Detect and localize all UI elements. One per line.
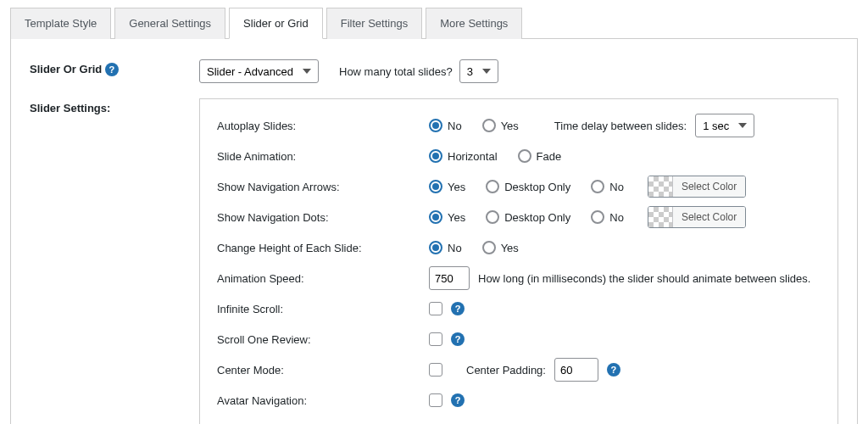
nav-arrows-no-radio[interactable]: No (591, 180, 624, 193)
help-icon[interactable]: ? (451, 393, 465, 407)
help-icon[interactable]: ? (105, 63, 119, 76)
slider-or-grid-label: Slider Or Grid ? (30, 59, 199, 76)
tab-slider-or-grid[interactable]: Slider or Grid (229, 8, 323, 39)
slider-settings-box: Autoplay Slides: No Yes Time delay betwe… (199, 98, 838, 424)
change-height-no-radio[interactable]: No (429, 241, 462, 254)
tab-content: Slider Or Grid ? Slider - Advanced How m… (10, 39, 858, 424)
nav-dots-yes-radio[interactable]: Yes (429, 210, 465, 224)
infinite-scroll-checkbox[interactable] (429, 302, 442, 315)
animation-label: Slide Animation: (217, 150, 429, 163)
avatar-navigation-label: Avatar Navigation: (217, 394, 429, 407)
avatar-navigation-checkbox[interactable] (429, 393, 442, 407)
slider-settings-label: Slider Settings: (30, 98, 199, 114)
nav-arrows-label: Show Navigation Arrows: (217, 181, 429, 193)
nav-dots-color-picker[interactable]: Select Color (648, 206, 746, 228)
total-slides-select[interactable]: 3 (459, 59, 498, 83)
slider-or-grid-select[interactable]: Slider - Advanced (199, 59, 319, 83)
center-mode-label: Center Mode: (217, 364, 429, 377)
help-icon[interactable]: ? (451, 332, 465, 346)
autoplay-no-radio[interactable]: No (429, 119, 462, 132)
infinite-scroll-label: Infinite Scroll: (217, 303, 429, 315)
scroll-one-review-checkbox[interactable] (429, 332, 442, 346)
animation-speed-hint: How long (in milliseconds) the slider sh… (478, 272, 810, 285)
checker-icon (648, 176, 672, 197)
nav-arrows-desktop-radio[interactable]: Desktop Only (486, 180, 570, 193)
animation-horizontal-radio[interactable]: Horizontal (429, 149, 498, 163)
nav-arrows-color-picker[interactable]: Select Color (648, 176, 746, 198)
tabs-bar: Template Style General Settings Slider o… (10, 7, 858, 39)
help-icon[interactable]: ? (451, 302, 465, 315)
nav-dots-no-radio[interactable]: No (591, 210, 624, 224)
tab-general-settings[interactable]: General Settings (114, 8, 225, 39)
total-slides-label: How many total slides? (339, 65, 453, 78)
tab-filter-settings[interactable]: Filter Settings (326, 8, 422, 39)
autoplay-yes-radio[interactable]: Yes (482, 119, 519, 132)
help-icon[interactable]: ? (607, 363, 620, 377)
center-mode-checkbox[interactable] (429, 363, 442, 377)
tab-more-settings[interactable]: More Settings (426, 8, 522, 39)
checker-icon (648, 207, 672, 227)
animation-speed-label: Animation Speed: (217, 272, 429, 285)
autoplay-label: Autoplay Slides: (217, 120, 429, 132)
change-height-label: Change Height of Each Slide: (217, 242, 429, 254)
scroll-one-review-label: Scroll One Review: (217, 333, 429, 346)
center-padding-input[interactable] (554, 358, 598, 382)
nav-arrows-yes-radio[interactable]: Yes (429, 180, 465, 193)
center-padding-label: Center Padding: (466, 364, 546, 377)
delay-select[interactable]: 1 sec (695, 114, 754, 137)
nav-dots-desktop-radio[interactable]: Desktop Only (486, 210, 570, 224)
nav-dots-label: Show Navigation Dots: (217, 211, 429, 224)
delay-label: Time delay between slides: (554, 120, 687, 132)
animation-fade-radio[interactable]: Fade (518, 149, 562, 163)
animation-speed-input[interactable] (429, 266, 470, 290)
tab-template-style[interactable]: Template Style (10, 8, 111, 39)
change-height-yes-radio[interactable]: Yes (482, 241, 519, 254)
